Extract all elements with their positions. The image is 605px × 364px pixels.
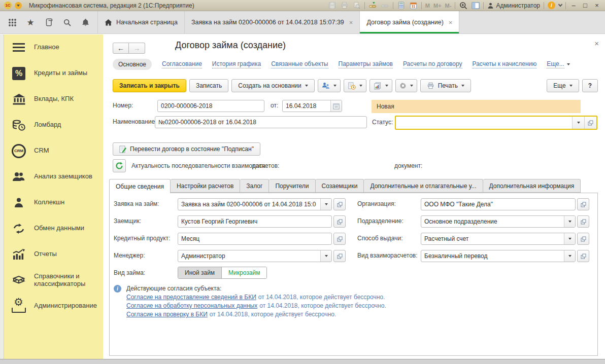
status-dropdown-button[interactable]	[572, 117, 584, 129]
memory-minus-button[interactable]: M-	[445, 3, 452, 9]
consent-personal-data-link[interactable]: Согласие на обработку персональных данны…	[126, 302, 257, 309]
organization-field[interactable]: ООО МФО "Такие Дела"	[421, 198, 589, 210]
more-actions-button[interactable]: Еще	[547, 79, 579, 92]
dropdown-button[interactable]	[564, 216, 575, 227]
open-button[interactable]	[333, 198, 346, 210]
tab-general-info[interactable]: Общие сведения	[109, 179, 171, 193]
window-close-button[interactable]: ×	[593, 2, 601, 9]
favorites-star-icon[interactable]	[21, 11, 40, 33]
sidebar-item-deposits[interactable]: Вклады, КПК	[4, 86, 103, 112]
sync-link-icon[interactable]	[368, 1, 377, 10]
sidebar-item-collection[interactable]: Коллекшн	[4, 190, 103, 215]
sidebar-item-borrower-analysis[interactable]: Анализ заемщиков	[4, 164, 103, 190]
back-button[interactable]: ←	[113, 43, 129, 54]
sidebar-item-pawnshop[interactable]: Ломбард	[4, 112, 103, 138]
open-button[interactable]	[577, 215, 589, 228]
nav-more-button[interactable]: Еще...	[547, 60, 569, 68]
print-preview-icon[interactable]	[352, 1, 361, 10]
print-icon[interactable]	[340, 1, 349, 10]
tab-home[interactable]: Начальная страница	[97, 11, 184, 33]
maximize-button[interactable]: □	[581, 2, 589, 9]
open-button[interactable]	[577, 233, 589, 245]
sidebar-item-reports[interactable]: Отчеты	[4, 241, 103, 267]
help-button[interactable]: ?	[582, 79, 598, 92]
date-field[interactable]: 16.04.2018	[282, 100, 342, 112]
refresh-settlements-button[interactable]	[113, 159, 126, 172]
tab-loan-application[interactable]: Заявка на займ 0200-000006 от 14.04.2018…	[184, 11, 359, 33]
open-button[interactable]	[333, 233, 346, 245]
department-field[interactable]: Основное подразделение	[421, 215, 589, 228]
save-button[interactable]: Записать	[189, 79, 228, 92]
all-functions-grid-icon[interactable]	[3, 11, 21, 33]
consent-bki-check-link[interactable]: Согласие на проверку в БКИ	[126, 311, 208, 318]
history-scroll-icon[interactable]	[40, 11, 58, 33]
main-menu-chevron-icon[interactable]	[15, 2, 22, 9]
open-button[interactable]	[577, 250, 589, 262]
sidebar-item-data-exchange[interactable]: Обмен данными	[4, 215, 103, 241]
tab-additional-conditions[interactable]: Дополнительные и отлагательные у...	[364, 179, 483, 193]
tab-guarantors[interactable]: Поручители	[269, 179, 315, 193]
open-button[interactable]	[333, 215, 346, 228]
forward-button[interactable]: →	[129, 43, 145, 54]
tab-close-icon[interactable]: ×	[349, 19, 353, 26]
nav-link-accrual-settlements[interactable]: Расчеты к начислению	[473, 60, 537, 68]
minimize-button[interactable]: –	[569, 2, 578, 9]
calendar-icon[interactable]: 31	[409, 1, 418, 10]
print-menu-button[interactable]: Печать	[420, 79, 471, 92]
dropdown-button[interactable]	[564, 233, 575, 244]
nav-link-schedule-history[interactable]: История графика	[212, 60, 261, 68]
loan-type-micro-option[interactable]: Микрозайм	[222, 267, 266, 278]
split-window-icon[interactable]	[471, 1, 480, 10]
dropdown-button[interactable]	[320, 199, 331, 210]
save-and-close-button[interactable]: Записать и закрыть	[113, 79, 186, 92]
status-value[interactable]	[396, 117, 572, 129]
info-icon[interactable]: i	[548, 2, 555, 9]
document-history-menu-button[interactable]	[344, 79, 366, 92]
calculator-icon[interactable]	[397, 1, 406, 10]
loan-type-other-option[interactable]: Иной займ	[178, 267, 222, 278]
issue-method-field[interactable]: Расчетный счет	[421, 233, 589, 245]
credit-product-field[interactable]: Месяц	[178, 233, 346, 245]
tab-close-icon[interactable]: ×	[449, 19, 453, 26]
manager-field[interactable]: Администратор	[178, 250, 346, 262]
dropdown-button[interactable]	[564, 250, 575, 262]
1c-logo-icon[interactable]: 1С	[4, 2, 12, 9]
tab-additional-info[interactable]: Дополнительная информация	[483, 179, 581, 193]
tab-collateral[interactable]: Залог	[240, 179, 269, 193]
loan-application-field[interactable]: Заявка на займ 0200-000006 от 14.04.2018…	[178, 198, 346, 210]
open-button[interactable]	[333, 250, 346, 262]
memory-button[interactable]: M	[425, 3, 430, 9]
sidebar-item-main[interactable]: Главное	[4, 34, 103, 60]
sign-contract-button[interactable]: Перевести договор в состояние "Подписан"	[113, 142, 260, 156]
form-close-icon[interactable]: ×	[594, 39, 599, 48]
status-open-button[interactable]	[584, 117, 596, 129]
settlement-type-field[interactable]: Безналичный перевод	[421, 250, 589, 262]
create-based-on-button[interactable]: Создать на основании	[231, 79, 315, 92]
current-user-button[interactable]: Администратор	[487, 2, 540, 9]
status-field[interactable]	[395, 116, 597, 130]
nav-link-main-active[interactable]: Основное	[113, 59, 152, 70]
nav-link-contract-settlements[interactable]: Расчеты по договору	[403, 60, 462, 68]
tab-loan-contract[interactable]: Договор займа (создание) ×	[359, 11, 459, 33]
link-icon[interactable]	[381, 1, 389, 10]
memory-plus-button[interactable]: M+	[433, 3, 442, 9]
nav-link-loan-parameters[interactable]: Параметры займов	[339, 60, 393, 68]
consent-bki-data-link[interactable]: Согласие на предоставление сведений в БК…	[126, 294, 256, 301]
notifications-bell-icon[interactable]	[76, 11, 94, 33]
tab-calculation-settings[interactable]: Настройки расчетов	[171, 179, 240, 193]
chevron-down-icon[interactable]	[558, 2, 562, 6]
counterparties-menu-button[interactable]	[318, 79, 341, 92]
calendar-picker-button[interactable]	[330, 100, 342, 112]
settings-menu-button[interactable]	[395, 79, 417, 92]
name-field[interactable]: №0200-000006-2018 от 16.04.2018	[155, 116, 367, 128]
sidebar-item-catalogs[interactable]: Справочники и классификаторы	[4, 267, 103, 293]
sidebar-item-credits-loans[interactable]: Кредиты и займы	[4, 60, 103, 86]
number-field[interactable]: 0200-000006-2018	[157, 100, 264, 112]
borrower-field[interactable]: Кустов Георгий Георгиевич	[178, 215, 346, 228]
nav-link-related-objects[interactable]: Связанные объекты	[271, 60, 328, 68]
open-button[interactable]	[577, 198, 589, 210]
zoom-scale-icon[interactable]	[459, 1, 467, 10]
tab-co-borrowers[interactable]: Созаемщики	[316, 179, 364, 193]
search-icon[interactable]	[58, 11, 76, 33]
nav-link-approval[interactable]: Согласование	[162, 60, 202, 68]
